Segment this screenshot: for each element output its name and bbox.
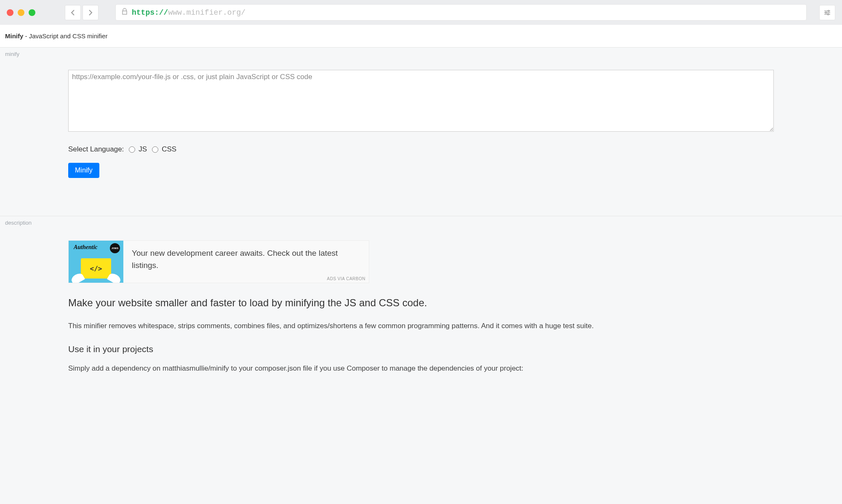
ad-laptop-icon: </> [81,258,111,279]
description-paragraph2: Simply add a dependency on matthiasmulli… [68,363,774,374]
site-name: Minify [5,32,23,40]
url-text: https://www.minifier.org/ [132,8,245,17]
radio-js[interactable] [129,146,135,153]
description-paragraph1: This minifier removes whitespace, strips… [68,320,774,332]
radio-js-label: JS [139,145,147,154]
svg-point-5 [827,13,829,15]
forward-button[interactable] [83,5,99,20]
url-host-path: www.minifier.org/ [168,8,245,17]
page-header: Minify - JavaScript and CSS minifier [0,25,842,48]
back-button[interactable] [65,5,81,20]
radio-css-label: CSS [162,145,176,154]
code-icon: </> [90,265,102,273]
ad-via-label: ADS VIA CARBON [327,276,365,281]
window-controls [7,9,35,16]
description-content: Authentic JOBS </> Your new development … [68,226,774,374]
close-window-icon[interactable] [7,9,13,16]
url-scheme: https:// [132,8,168,17]
section-label-minify: minify [0,48,842,57]
minify-form: Select Language: JS CSS Minify [68,57,774,199]
code-input[interactable] [68,70,774,132]
section-label-description: description [0,216,842,226]
chevron-right-icon [88,10,93,16]
radio-css[interactable] [152,146,158,153]
svg-point-3 [828,10,829,11]
sliders-icon [824,10,831,16]
settings-button[interactable] [819,5,835,20]
svg-point-4 [825,12,826,13]
carbon-ad[interactable]: Authentic JOBS </> Your new development … [68,240,369,283]
lock-icon [122,8,128,17]
minify-button[interactable]: Minify [68,163,99,178]
chevron-left-icon [71,10,75,16]
ad-image: Authentic JOBS </> [69,241,123,283]
select-language-label: Select Language: [68,145,124,154]
description-headline: Make your website smaller and faster to … [68,296,774,310]
language-selector-row: Select Language: JS CSS [68,145,774,154]
nav-buttons [65,5,99,20]
minimize-window-icon[interactable] [18,9,24,16]
minify-section-block: minify Select Language: JS CSS Minify [0,48,842,216]
site-tagline: - JavaScript and CSS minifier [23,32,107,40]
browser-chrome: https://www.minifier.org/ [0,0,842,25]
ad-logo-text: Authentic [74,244,98,251]
description-subheading: Use it in your projects [68,344,774,354]
ad-badge: JOBS [110,243,120,253]
description-section-block: description Authentic JOBS </> Your new … [0,216,842,401]
address-bar[interactable]: https://www.minifier.org/ [115,4,807,21]
maximize-window-icon[interactable] [29,9,35,16]
